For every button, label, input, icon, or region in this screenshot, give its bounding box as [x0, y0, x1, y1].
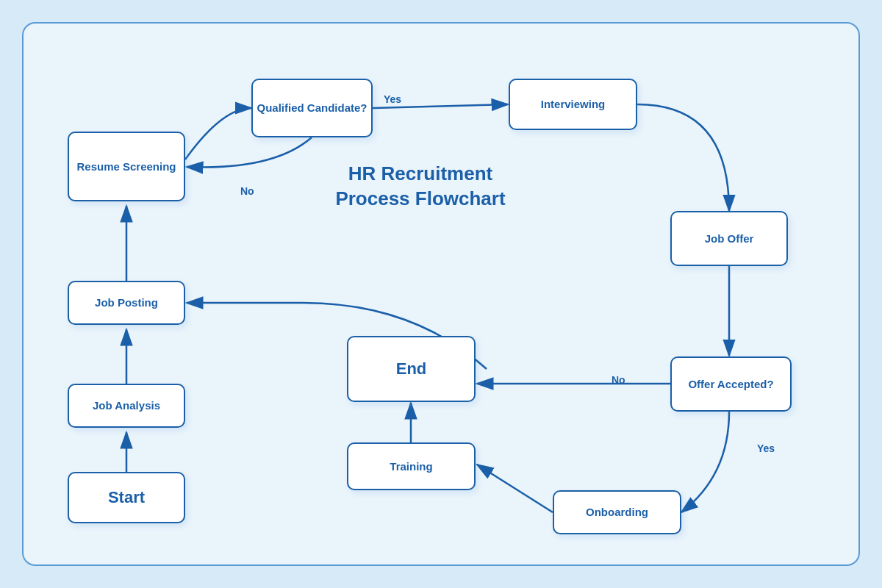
- node-start: Start: [68, 472, 185, 523]
- label-yes2: Yes: [757, 442, 775, 454]
- node-offer-accepted: Offer Accepted?: [670, 356, 792, 412]
- label-yes1: Yes: [384, 93, 401, 105]
- node-resume-screening: Resume Screening: [68, 132, 185, 201]
- label-no1: No: [240, 185, 254, 197]
- svg-line-6: [477, 465, 553, 512]
- node-training: Training: [347, 442, 476, 490]
- node-end: End: [347, 336, 476, 402]
- node-onboarding: Onboarding: [553, 490, 681, 534]
- node-job-offer: Job Offer: [670, 211, 788, 266]
- node-qualified: Qualified Candidate?: [251, 79, 373, 137]
- node-interviewing: Interviewing: [509, 79, 637, 130]
- chart-title: HR Recruitment Process Flowchart: [310, 162, 531, 212]
- node-job-analysis: Job Analysis: [68, 384, 185, 428]
- flowchart-container: HR Recruitment Process Flowchart Start J…: [22, 22, 860, 566]
- node-job-posting: Job Posting: [68, 281, 185, 325]
- label-no2: No: [612, 374, 625, 386]
